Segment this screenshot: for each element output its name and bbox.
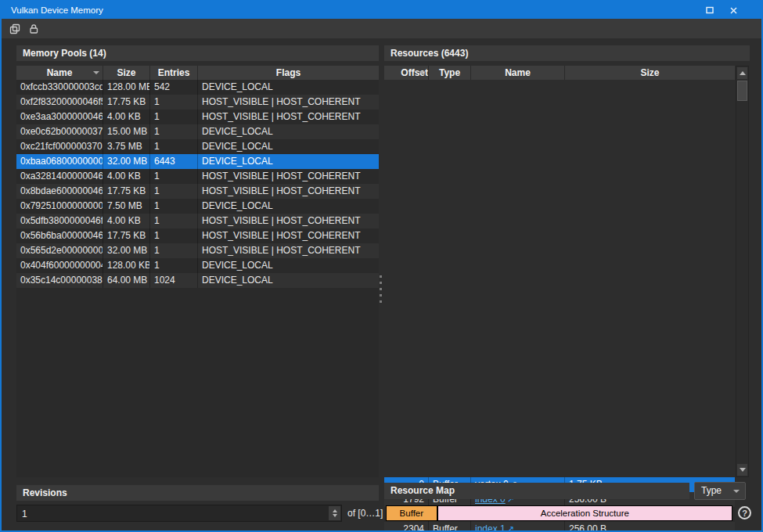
pool-size: 128.00 KB	[103, 258, 150, 273]
pool-entries: 542	[150, 80, 198, 95]
maximize-icon[interactable]	[704, 4, 716, 16]
resource-size: 256.00 B	[565, 522, 735, 532]
legend-segment-buffer[interactable]: Buffer	[387, 506, 438, 520]
memory-pool-row[interactable]: 0x56b6ba00000046fd17.75 KB1HOST_VISIBLE …	[16, 228, 379, 243]
column-label: Flags	[276, 67, 301, 78]
pool-size: 3.75 MB	[103, 139, 150, 154]
column-header-flags[interactable]: Flags	[198, 66, 379, 80]
resources-header: Resources (6443)	[384, 45, 750, 61]
pool-name: 0x404f600000000045	[16, 258, 103, 273]
column-header-name[interactable]: Name	[16, 66, 103, 80]
memory-pool-row[interactable]: 0xbaa068000000004d32.00 MB6443DEVICE_LOC…	[16, 154, 379, 169]
pool-name: 0xa3281400000046fb	[16, 169, 103, 184]
pool-size: 4.00 KB	[103, 214, 150, 228]
memory-pools-body: 0xfccb330000003cd2128.00 MB542DEVICE_LOC…	[16, 80, 379, 477]
pool-size: 64.00 MB	[103, 273, 150, 288]
pool-size: 128.00 MB	[103, 80, 150, 95]
lock-icon[interactable]	[27, 22, 41, 36]
scroll-down-icon[interactable]	[737, 464, 747, 476]
pool-entries: 1024	[150, 273, 198, 288]
pool-entries: 1	[150, 184, 198, 199]
legend-segment-acceleration-structure[interactable]: Acceleration Structure	[438, 506, 732, 520]
pool-size: 32.00 MB	[103, 154, 150, 169]
pool-size: 7.50 MB	[103, 199, 150, 214]
spin-up-icon[interactable]	[333, 509, 337, 512]
vulkan-device-memory-window: Vulkan Device Memory Memory Pools (14) N…	[0, 0, 763, 532]
pool-size: 4.00 KB	[103, 110, 150, 124]
pool-flags: HOST_VISIBLE | HOST_COHERENT	[198, 228, 379, 243]
pool-flags: HOST_VISIBLE | HOST_COHERENT	[198, 95, 379, 110]
resource-map-legend: BufferAcceleration Structure	[386, 505, 732, 521]
memory-pool-row[interactable]: 0x404f600000000045128.00 KB1DEVICE_LOCAL	[16, 258, 379, 273]
pool-entries: 1	[150, 110, 198, 124]
pool-flags: DEVICE_LOCAL	[198, 154, 379, 169]
memory-pool-row[interactable]: 0xc21fcf000000370b3.75 MB1DEVICE_LOCAL	[16, 139, 379, 154]
column-label: Name	[505, 67, 531, 78]
help-icon[interactable]: ?	[738, 506, 751, 519]
pool-size: 4.00 KB	[103, 169, 150, 184]
pool-flags: DEVICE_LOCAL	[198, 80, 379, 95]
resource-map-header: Resource Map	[384, 483, 689, 499]
memory-pool-row[interactable]: 0xfccb330000003cd2128.00 MB542DEVICE_LOC…	[16, 80, 379, 95]
revision-range-label: of [0…1]	[347, 505, 383, 522]
memory-pool-row[interactable]: 0x565d2e000000004b32.00 MB1HOST_VISIBLE …	[16, 243, 379, 258]
column-header-entries[interactable]: Entries	[150, 66, 198, 80]
scroll-up-icon[interactable]	[737, 67, 747, 79]
pool-name: 0xbaa068000000004d	[16, 154, 103, 169]
chevron-down-icon	[733, 490, 740, 493]
pool-flags: DEVICE_LOCAL	[198, 258, 379, 273]
close-icon[interactable]	[727, 4, 740, 16]
panel-splitter[interactable]	[379, 275, 382, 307]
pool-entries: 1	[150, 169, 198, 184]
sort-descending-icon	[419, 71, 425, 74]
title-bar[interactable]: Vulkan Device Memory	[2, 2, 761, 19]
spinner-buttons[interactable]	[329, 506, 340, 520]
pool-name: 0xf2f83200000046f5	[16, 95, 103, 110]
memory-pool-row[interactable]: 0x8bdae600000046f917.75 KB1HOST_VISIBLE …	[16, 184, 379, 199]
pool-entries: 1	[150, 199, 198, 214]
pool-name: 0x565d2e000000004b	[16, 243, 103, 258]
pool-flags: HOST_VISIBLE | HOST_COHERENT	[198, 214, 379, 228]
resource-link[interactable]: index 1	[475, 523, 506, 532]
column-header-name[interactable]: Name	[471, 66, 565, 80]
column-header-type[interactable]: Type	[429, 66, 471, 80]
toolbar	[2, 19, 761, 38]
resources-scrollbar[interactable]	[736, 66, 749, 477]
pool-name: 0x7925100000000035	[16, 199, 103, 214]
memory-pools-header: Memory Pools (14)	[16, 45, 379, 61]
memory-pool-row[interactable]: 0xf2f83200000046f517.75 KB1HOST_VISIBLE …	[16, 95, 379, 110]
memory-pool-row[interactable]: 0xe3aa3000000046f74.00 KB1HOST_VISIBLE |…	[16, 110, 379, 124]
pool-name: 0xe0c62b0000003707	[16, 124, 103, 139]
pool-entries: 1	[150, 258, 198, 273]
resources-headrow: OffsetTypeNameSize	[384, 66, 735, 80]
memory-pool-row[interactable]: 0x79251000000000357.50 MB1DEVICE_LOCAL	[16, 199, 379, 214]
memory-pool-row[interactable]: 0xa3281400000046fb4.00 KB1HOST_VISIBLE |…	[16, 169, 379, 184]
pool-entries: 1	[150, 95, 198, 110]
pool-entries: 1	[150, 124, 198, 139]
pool-entries: 1	[150, 228, 198, 243]
pool-flags: HOST_VISIBLE | HOST_COHERENT	[198, 243, 379, 258]
pool-flags: HOST_VISIBLE | HOST_COHERENT	[198, 110, 379, 124]
pool-name: 0x5dfb3800000046ff	[16, 214, 103, 228]
open-new-window-icon[interactable]	[8, 22, 22, 36]
column-header-size[interactable]: Size	[103, 66, 150, 80]
pool-name: 0x56b6ba00000046fd	[16, 228, 103, 243]
resource-row[interactable]: 2304Bufferindex 1↗256.00 B	[384, 522, 735, 532]
memory-pool-row[interactable]: 0xe0c62b000000370715.00 MB1DEVICE_LOCAL	[16, 124, 379, 139]
column-header-size[interactable]: Size	[565, 66, 735, 80]
goto-resource-icon[interactable]: ↗	[507, 524, 514, 532]
memory-pool-row[interactable]: 0x5dfb3800000046ff4.00 KB1HOST_VISIBLE |…	[16, 214, 379, 228]
scrollbar-thumb[interactable]	[737, 81, 747, 101]
resource-name: index 1↗	[471, 522, 565, 532]
pool-flags: DEVICE_LOCAL	[198, 199, 379, 214]
window-title: Vulkan Device Memory	[11, 5, 103, 15]
pool-name: 0x8bdae600000046f9	[16, 184, 103, 199]
column-header-offset[interactable]: Offset	[384, 66, 429, 80]
column-label: Entries	[158, 67, 190, 78]
pool-size: 15.00 MB	[103, 124, 150, 139]
spin-down-icon[interactable]	[333, 514, 337, 517]
memory-pool-row[interactable]: 0x35c14c00000038d164.00 MB1024DEVICE_LOC…	[16, 273, 379, 288]
type-filter-dropdown[interactable]: Type	[694, 482, 746, 500]
revisions-header: Revisions	[16, 485, 379, 501]
revision-spinbox[interactable]: 1	[16, 505, 342, 522]
